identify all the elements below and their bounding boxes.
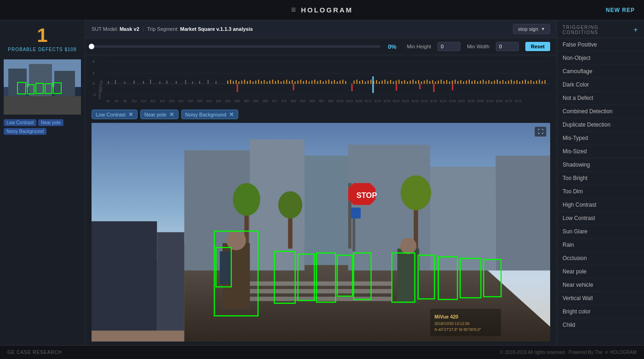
min-width-label: Min Width bbox=[467, 44, 489, 49]
thumbnail-container[interactable] bbox=[4, 59, 81, 115]
controls-bar: 0% Min Height Min Width Reset bbox=[85, 38, 557, 55]
condition-not-a-defect[interactable]: Not a Defect bbox=[557, 92, 644, 105]
svg-text:$136: $136 bbox=[421, 99, 428, 103]
min-height-input[interactable] bbox=[437, 42, 460, 51]
svg-rect-44 bbox=[261, 81, 262, 84]
slider-thumb[interactable] bbox=[89, 44, 94, 49]
condition-bright-color[interactable]: Bright color bbox=[557, 305, 644, 318]
condition-child[interactable]: Child bbox=[557, 318, 644, 332]
active-tag-noisy-bg[interactable]: Noisy Background ✕ bbox=[181, 110, 238, 119]
svg-rect-131 bbox=[483, 80, 484, 84]
svg-text:$32: $32 bbox=[178, 99, 184, 103]
svg-text:$100: $100 bbox=[337, 99, 344, 103]
expand-button[interactable]: ⛶ bbox=[535, 127, 546, 137]
svg-rect-4 bbox=[4, 96, 81, 115]
remove-low-contrast-button[interactable]: ✕ bbox=[128, 111, 133, 117]
svg-rect-143 bbox=[517, 80, 518, 84]
svg-text:$176: $176 bbox=[515, 99, 522, 103]
svg-rect-34 bbox=[233, 81, 234, 84]
svg-text:$64: $64 bbox=[253, 99, 259, 103]
condition-too-bright[interactable]: Too Bright bbox=[557, 172, 644, 185]
condition-dark-color[interactable]: Dark Color bbox=[557, 78, 644, 92]
condition-too-dim[interactable]: Too Dim bbox=[557, 185, 644, 198]
slider-container: 0% bbox=[92, 43, 401, 50]
svg-text:2018/10/30 13:12:56: 2018/10/30 13:12:56 bbox=[435, 321, 470, 326]
condition-camouflage[interactable]: Camouflage bbox=[557, 65, 644, 78]
svg-rect-92 bbox=[373, 81, 374, 84]
svg-rect-40 bbox=[250, 80, 251, 84]
svg-rect-129 bbox=[477, 81, 478, 84]
svg-text:MiVue 420: MiVue 420 bbox=[435, 314, 459, 319]
condition-mis-typed[interactable]: Mis-Typed bbox=[557, 132, 644, 145]
footer-logo: ≡ HOLOGRAM bbox=[605, 350, 637, 355]
condition-shadowing[interactable]: Shadowing bbox=[557, 158, 644, 172]
condition-high-contrast[interactable]: High Contrast bbox=[557, 198, 644, 212]
svg-text:-2: -2 bbox=[92, 93, 96, 97]
svg-rect-147 bbox=[528, 81, 529, 84]
svg-rect-49 bbox=[275, 81, 276, 84]
svg-rect-136 bbox=[497, 80, 498, 84]
condition-non-object[interactable]: Non-Object bbox=[557, 52, 644, 65]
condition-occlusion[interactable]: Occlusion bbox=[557, 252, 644, 265]
logo-icon: ≡ bbox=[291, 5, 298, 15]
condition-sun-glare[interactable]: Sun Glare bbox=[557, 225, 644, 238]
svg-text:$108: $108 bbox=[356, 99, 362, 103]
svg-text:$152: $152 bbox=[459, 99, 466, 103]
condition-near-pole[interactable]: Near pole bbox=[557, 265, 644, 278]
condition-low-contrast[interactable]: Low Contrast bbox=[557, 212, 644, 225]
svg-rect-111 bbox=[426, 80, 427, 84]
condition-vertical-wall[interactable]: Vertical Wall bbox=[557, 292, 644, 305]
svg-rect-26 bbox=[176, 81, 177, 84]
svg-point-215 bbox=[278, 191, 302, 218]
active-tag-low-contrast[interactable]: Low Contrast ✕ bbox=[92, 110, 138, 119]
svg-rect-47 bbox=[270, 81, 270, 84]
svg-text:$144: $144 bbox=[440, 99, 447, 103]
min-width-input[interactable] bbox=[496, 42, 519, 51]
condition-rain[interactable]: Rain bbox=[557, 238, 644, 252]
svg-rect-106 bbox=[413, 80, 414, 84]
svg-rect-153 bbox=[545, 80, 546, 84]
svg-text:4: 4 bbox=[92, 59, 95, 64]
svg-rect-114 bbox=[435, 81, 436, 84]
slider-track[interactable] bbox=[92, 45, 380, 48]
svg-text:$4: $4 bbox=[115, 99, 119, 103]
defect-label: PROBABLE DEFECTS $108 bbox=[6, 47, 79, 52]
svg-rect-210 bbox=[430, 167, 496, 271]
svg-text:$8: $8 bbox=[123, 99, 127, 103]
svg-rect-128 bbox=[474, 80, 475, 84]
condition-duplicate-detection[interactable]: Duplicate Detection bbox=[557, 118, 644, 132]
reset-button[interactable]: Reset bbox=[525, 42, 550, 51]
condition-mis-sized[interactable]: Mis-Sized bbox=[557, 145, 644, 158]
svg-rect-84 bbox=[372, 84, 374, 93]
min-height-label: Min Height bbox=[407, 44, 431, 49]
svg-rect-90 bbox=[368, 81, 368, 84]
svg-rect-94 bbox=[379, 81, 380, 84]
svg-rect-121 bbox=[454, 80, 455, 84]
svg-rect-61 bbox=[309, 81, 310, 84]
new-rep-button[interactable]: NEW REP bbox=[606, 7, 635, 13]
active-tag-near-pole[interactable]: Near pole ✕ bbox=[140, 110, 178, 119]
svg-rect-65 bbox=[320, 80, 321, 84]
remove-near-pole-button[interactable]: ✕ bbox=[169, 111, 174, 117]
svg-rect-137 bbox=[500, 81, 500, 84]
condition-combined-detection[interactable]: Combined Detection bbox=[557, 105, 644, 118]
toolbar: SUT Model: Mask v2 | Trip Segment: Marke… bbox=[85, 20, 557, 38]
condition-false-positive[interactable]: False Positive bbox=[557, 38, 644, 52]
svg-rect-228 bbox=[220, 251, 231, 284]
svg-text:$48: $48 bbox=[216, 99, 221, 103]
chart-area: 4 2 0 -2 bbox=[85, 55, 557, 106]
svg-rect-130 bbox=[480, 81, 481, 84]
svg-rect-125 bbox=[466, 81, 467, 84]
svg-rect-104 bbox=[407, 81, 408, 84]
dropdown-arrow-icon: ▼ bbox=[541, 27, 545, 31]
copyright-text: © 2018-2019 All rights reserved. bbox=[500, 350, 566, 355]
remove-noisy-bg-button[interactable]: ✕ bbox=[229, 111, 234, 117]
stop-sign-dropdown[interactable]: stop sign ▼ bbox=[513, 24, 550, 34]
svg-rect-53 bbox=[286, 80, 287, 84]
svg-text:$80: $80 bbox=[291, 99, 296, 103]
bottom-left-text: GE CASE RESEARCH bbox=[7, 350, 62, 355]
svg-rect-72 bbox=[339, 81, 340, 84]
svg-rect-133 bbox=[489, 80, 489, 84]
add-condition-icon[interactable]: + bbox=[633, 26, 638, 34]
condition-near-vehicle[interactable]: Near vehicle bbox=[557, 278, 644, 292]
